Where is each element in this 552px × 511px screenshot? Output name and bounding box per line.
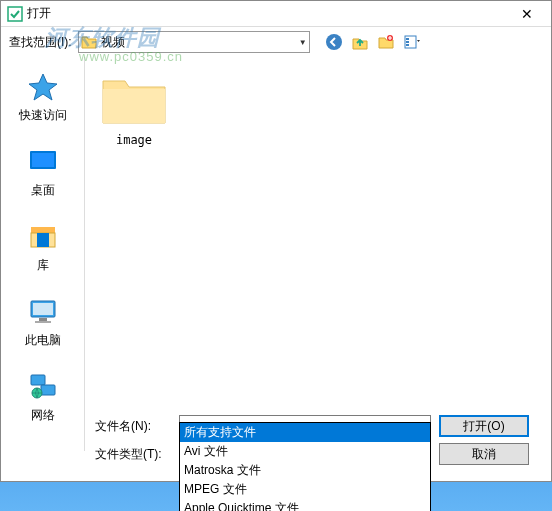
open-button[interactable]: 打开(O): [439, 415, 529, 437]
sidebar-item-desktop[interactable]: 桌面: [1, 142, 84, 203]
views-icon[interactable]: [402, 32, 422, 52]
computer-icon: [27, 296, 59, 328]
svg-rect-8: [32, 153, 54, 167]
svg-rect-6: [406, 44, 409, 46]
sidebar-item-network[interactable]: 网络: [1, 367, 84, 428]
svg-rect-0: [8, 7, 22, 21]
svg-rect-4: [406, 38, 409, 40]
new-folder-icon[interactable]: [376, 32, 396, 52]
folder-label: image: [116, 133, 152, 147]
svg-rect-16: [31, 375, 45, 385]
filetype-dropdown[interactable]: 所有支持文件 Avi 文件 Matroska 文件 MPEG 文件 Apple …: [179, 422, 431, 511]
titlebar: 打开 ✕: [1, 1, 551, 27]
titlebar-left: 打开: [7, 5, 51, 22]
svg-rect-5: [406, 41, 409, 43]
filetype-option[interactable]: Avi 文件: [180, 442, 430, 461]
cancel-button[interactable]: 取消: [439, 443, 529, 465]
back-icon[interactable]: [324, 32, 344, 52]
sidebar-item-label: 网络: [31, 407, 55, 424]
filetype-option[interactable]: Apple Quicktime 文件: [180, 499, 430, 511]
svg-rect-15: [35, 321, 51, 323]
sidebar-item-label: 桌面: [31, 182, 55, 199]
dialog-body: 快速访问 桌面 库 此电脑: [1, 57, 551, 451]
open-file-dialog: 打开 ✕ 河东软件园 www.pc0359.cn 查找范围(I): 视频 ▼: [0, 0, 552, 482]
lookin-label: 查找范围(I):: [9, 34, 72, 51]
folder-item[interactable]: image: [99, 71, 169, 147]
up-icon[interactable]: [350, 32, 370, 52]
location-text: 视频: [101, 34, 299, 51]
folder-icon: [99, 71, 169, 127]
sidebar-item-libraries[interactable]: 库: [1, 217, 84, 278]
sidebar-item-thispc[interactable]: 此电脑: [1, 292, 84, 353]
libraries-icon: [27, 221, 59, 253]
svg-rect-13: [33, 303, 53, 315]
desktop-icon: [27, 146, 59, 178]
sidebar-item-label: 库: [37, 257, 49, 274]
filetype-option[interactable]: Matroska 文件: [180, 461, 430, 480]
svg-rect-17: [41, 385, 55, 395]
svg-point-1: [326, 34, 342, 50]
sidebar-item-label: 快速访问: [19, 107, 67, 124]
folder-icon: [81, 35, 97, 49]
close-button[interactable]: ✕: [507, 2, 547, 26]
svg-rect-14: [39, 318, 47, 321]
filetype-option[interactable]: 所有支持文件: [180, 423, 430, 442]
sidebar-item-quickaccess[interactable]: 快速访问: [1, 67, 84, 128]
star-icon: [27, 71, 59, 103]
filetype-label: 文件类型(T):: [95, 446, 171, 463]
toolbar-icons: [324, 32, 422, 52]
network-icon: [27, 371, 59, 403]
app-icon: [7, 6, 23, 22]
location-combo[interactable]: 视频 ▼: [78, 31, 310, 53]
sidebar-item-label: 此电脑: [25, 332, 61, 349]
file-area: image: [85, 57, 551, 161]
svg-rect-9: [31, 227, 55, 233]
chevron-down-icon: ▼: [299, 38, 307, 47]
places-sidebar: 快速访问 桌面 库 此电脑: [1, 57, 85, 451]
window-title: 打开: [27, 5, 51, 22]
filename-label: 文件名(N):: [95, 418, 171, 435]
svg-rect-11: [37, 233, 49, 247]
filetype-option[interactable]: MPEG 文件: [180, 480, 430, 499]
file-list-area[interactable]: image: [85, 57, 551, 451]
toolbar: 查找范围(I): 视频 ▼: [1, 27, 551, 57]
